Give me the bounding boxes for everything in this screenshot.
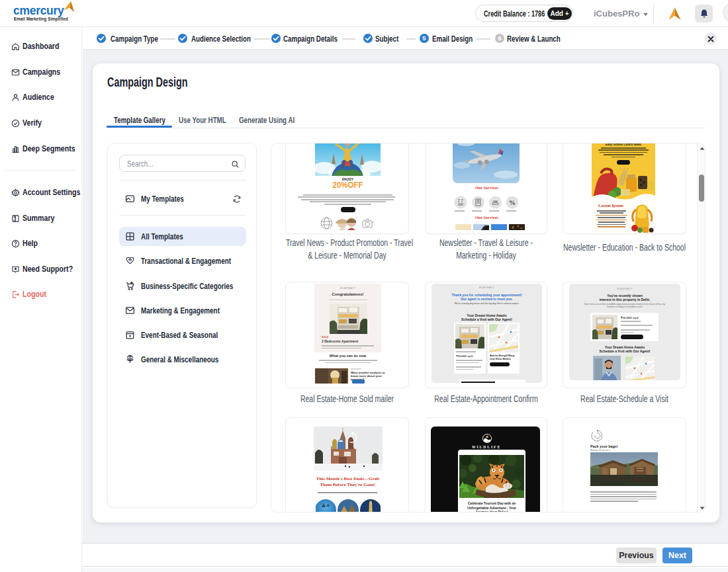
svg-text:%: % [509,199,516,206]
